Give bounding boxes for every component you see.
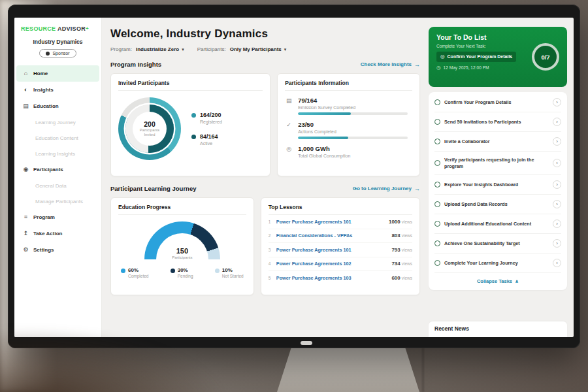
consumption-icon: ◎ xyxy=(285,146,293,161)
donut-legend: 164/200 Registered 84/164 Active xyxy=(191,112,222,146)
chevron-right-icon[interactable]: › xyxy=(553,137,561,146)
survey-progress-bar xyxy=(298,112,408,115)
chevron-right-icon[interactable]: › xyxy=(553,239,561,248)
collapse-tasks-link[interactable]: Collapse Tasks ∧ xyxy=(434,273,561,287)
sidebar-item-label: General Data xyxy=(35,183,67,189)
todo-task-list: Confirm Your Program Details › Send 50 I… xyxy=(429,92,567,290)
task-checkbox[interactable] xyxy=(434,139,440,144)
lesson-link[interactable]: Financial Considerations - VPPAs xyxy=(276,233,392,238)
task-upload-educational-content[interactable]: Upload Additional Educational Content › xyxy=(434,214,561,234)
sidebar-item-learning-insights[interactable]: Learning Insights xyxy=(16,146,99,161)
survey-icon: ▤ xyxy=(285,97,293,115)
sidebar-item-general-data[interactable]: General Data xyxy=(16,178,99,193)
home-icon: ⌂ xyxy=(22,71,29,76)
lesson-link[interactable]: Power Purchase Agreements 102 xyxy=(276,261,392,267)
donut-center: 200 Participants Invited xyxy=(133,112,167,146)
sidebar-item-insights[interactable]: ◐ Insights xyxy=(16,82,99,98)
chevron-right-icon[interactable]: › xyxy=(553,259,561,267)
top-lessons-card: Top Lessons 1 Power Purchase Agreements … xyxy=(261,197,420,295)
task-complete-learning-journey[interactable]: Complete Your Learning Journey › xyxy=(434,253,561,273)
dashboard-screen: RESOURCE ADVISOR+ Industry Dynamics Spon… xyxy=(14,18,574,337)
recent-news-header[interactable]: Recent News xyxy=(429,321,567,337)
chevron-right-icon[interactable]: › xyxy=(553,159,561,167)
logo-advisor: ADVISOR xyxy=(57,25,86,32)
task-checkbox[interactable] xyxy=(434,99,440,105)
monitor-stand xyxy=(277,348,419,392)
task-checkbox[interactable] xyxy=(434,119,440,125)
program-insights-header: Program Insights Check More Insights → xyxy=(110,61,420,68)
sidebar-item-manage-participants[interactable]: Manage Participants xyxy=(16,193,99,209)
sidebar-item-label: Learning Insights xyxy=(35,151,75,157)
chevron-right-icon[interactable]: › xyxy=(553,180,561,189)
todo-panel: Your To Do List Complete Your Next Task:… xyxy=(426,18,574,337)
page-title: Welcome, Industry Dynamics xyxy=(110,27,420,41)
legend-dot-registered xyxy=(191,113,196,118)
sidebar-item-participants[interactable]: ◉ Participants xyxy=(16,161,99,178)
sidebar-item-program[interactable]: ≡ Program xyxy=(16,209,99,225)
participants-information-card: Participants Information ▤ 79/164 Emissi… xyxy=(277,73,420,176)
actions-icon: ✓ xyxy=(285,122,293,139)
task-checkbox[interactable] xyxy=(434,240,440,246)
sidebar-item-education-content[interactable]: Education Content xyxy=(16,130,99,146)
program-select[interactable]: Industrialize Zero ▾ xyxy=(136,46,184,52)
chevron-right-icon[interactable]: › xyxy=(553,118,561,126)
sidebar-item-education[interactable]: ▤ Education xyxy=(16,98,99,114)
invited-donut-chart: 200 Participants Invited xyxy=(118,97,181,160)
sidebar-item-home[interactable]: ⌂ Home xyxy=(16,65,99,82)
task-explore-insights[interactable]: Explore Your Insights Dashboard › xyxy=(434,175,561,195)
chevron-right-icon[interactable]: › xyxy=(553,98,561,106)
task-confirm-program-details[interactable]: Confirm Your Program Details › xyxy=(434,93,561,112)
lesson-link[interactable]: Power Purchase Agreements 101 xyxy=(276,219,389,225)
legend-item-active: 84/164 Active xyxy=(191,133,222,146)
legend-item-pending: 30% Pending xyxy=(171,267,193,278)
lesson-row: 1 Power Purchase Agreements 101 1000view… xyxy=(269,215,412,229)
sponsor-badge[interactable]: Sponsor xyxy=(39,49,76,57)
todo-title: Your To Do List xyxy=(436,33,528,41)
education-card-title: Education Progress xyxy=(118,204,246,215)
task-invite-collaborator[interactable]: Invite a Collaborator › xyxy=(434,132,561,152)
participants-select-value: Only My Participants xyxy=(230,46,282,52)
task-verify-participants[interactable]: Verify participants requesting to join t… xyxy=(434,152,561,175)
task-achieve-sustainability-target[interactable]: Achieve One Sustainability Target › xyxy=(434,234,561,253)
learning-journey-header: Participant Learning Journey Go to Learn… xyxy=(110,185,420,192)
donut-center-value: 200 xyxy=(144,120,155,128)
sidebar-item-learning-journey[interactable]: Learning Journey xyxy=(16,114,99,130)
arrow-right-icon: → xyxy=(414,186,420,192)
target-icon: ◎ xyxy=(440,54,445,59)
chevron-right-icon[interactable]: › xyxy=(553,220,561,228)
chevron-right-icon[interactable]: › xyxy=(553,200,561,208)
task-checkbox[interactable] xyxy=(434,260,440,266)
task-checkbox[interactable] xyxy=(434,160,440,166)
insights-icon: ◐ xyxy=(22,87,29,93)
legend-item-not-started: 10% Not Started xyxy=(215,267,244,278)
lesson-link[interactable]: Power Purchase Agreements 103 xyxy=(276,275,392,281)
pinfo-row-consumption: ◎ 1,000 GWh Total Global Consumption xyxy=(285,145,412,161)
task-checkbox[interactable] xyxy=(434,182,440,188)
task-checkbox[interactable] xyxy=(434,221,440,227)
go-to-learning-journey-link[interactable]: Go to Learning Journey → xyxy=(353,186,420,192)
task-checkbox[interactable] xyxy=(434,201,440,207)
todo-progress-ring: 0/7 xyxy=(532,43,559,71)
clock-icon: ◷ xyxy=(436,65,441,71)
sidebar-item-settings[interactable]: ⚙ Settings xyxy=(16,242,99,258)
task-upload-spend-data[interactable]: Upload Spend Data Records › xyxy=(434,195,561,214)
invited-card-title: Invited Participants xyxy=(118,80,263,91)
filters-bar: Program: Industrialize Zero ▾ Participan… xyxy=(110,46,420,52)
sidebar-item-take-action[interactable]: ↥ Take Action xyxy=(16,225,99,242)
education-icon: ▤ xyxy=(22,103,29,109)
participants-select[interactable]: Only My Participants ▾ xyxy=(230,46,287,52)
chevron-down-icon: ▾ xyxy=(182,47,184,52)
next-task-pill[interactable]: ◎ Confirm Your Program Details xyxy=(436,52,516,62)
sponsor-icon xyxy=(46,52,50,56)
legend-item-registered: 164/200 Registered xyxy=(191,112,222,124)
legend-dot-completed xyxy=(121,269,125,273)
sponsor-label: Sponsor xyxy=(52,51,69,56)
lesson-link[interactable]: Power Purchase Agreements 101 xyxy=(276,247,392,253)
task-send-invitations[interactable]: Send 50 Invitations to Participants › xyxy=(434,112,561,132)
monitor-power-button xyxy=(301,341,312,345)
participants-icon: ◉ xyxy=(22,167,29,172)
check-more-insights-link[interactable]: Check More Insights → xyxy=(361,61,420,68)
legend-item-completed: 60% Completed xyxy=(121,267,148,278)
main-content: Welcome, Industry Dynamics Program: Indu… xyxy=(102,18,426,337)
legend-dot-not-started xyxy=(215,269,220,273)
